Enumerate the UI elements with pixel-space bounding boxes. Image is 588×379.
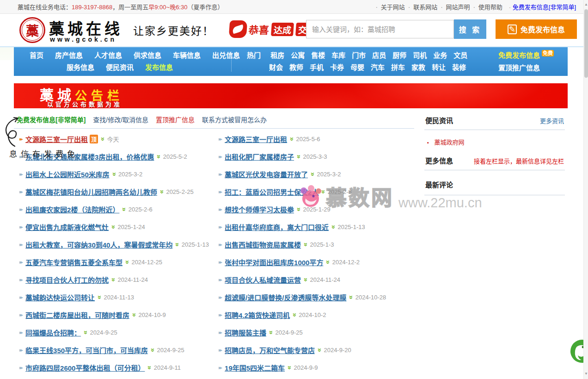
expand-chevron-icon[interactable]: » — [124, 260, 132, 264]
sidebar-info-link[interactable]: 藁城政府网 — [435, 139, 465, 146]
nav-hot-item[interactable]: 售楼 — [311, 51, 325, 59]
expand-chevron-icon[interactable]: » — [302, 278, 310, 281]
nav-hot-item[interactable]: 文员 — [453, 51, 467, 59]
listing-link[interactable]: 同福爆品仓招聘： — [25, 328, 81, 337]
expand-chevron-icon[interactable]: » — [131, 313, 139, 317]
nav-hot-item[interactable]: 家教 — [411, 63, 425, 71]
expand-chevron-icon[interactable]: » — [82, 330, 90, 334]
expand-chevron-icon[interactable]: » — [96, 295, 104, 299]
listings-header-link[interactable]: 联系方式被冒用怎么办 — [202, 115, 267, 124]
scroll-up-icon[interactable]: ▲ — [584, 2, 588, 7]
site-logo-seal-icon[interactable]: 藁 — [19, 17, 45, 43]
expand-chevron-icon[interactable]: » — [288, 137, 296, 141]
listing-link[interactable]: 藁城区梅花镇阳台幼儿园招聘两名幼儿教师 — [25, 187, 157, 197]
nav-free-post-link[interactable]: 免费发布信息 — [498, 51, 540, 59]
listing-link[interactable]: 五菱汽车专营销售五菱全系车型 — [25, 257, 122, 267]
expand-chevron-icon[interactable]: » — [286, 366, 294, 369]
nav-hot-item[interactable]: 厨师 — [392, 51, 406, 59]
scrollbar[interactable]: ▲ ▼ — [583, 0, 588, 379]
listing-link[interactable]: 超滤膜/进口膜替换/反渗透膜等水处理膜 — [225, 292, 346, 302]
nav-hot-item[interactable]: 拼车 — [391, 63, 405, 71]
nav-hot-item[interactable]: 转让 — [432, 63, 446, 71]
listing-link[interactable]: 藁城区光伏发电容量开放了 — [225, 169, 308, 179]
listing-link[interactable]: 文源路三室一厅出租 — [225, 134, 287, 144]
listing-link[interactable]: 项目合伙人私域流量运营 — [225, 275, 301, 285]
expand-chevron-icon[interactable]: » — [330, 225, 338, 229]
expand-chevron-icon[interactable]: » — [316, 348, 324, 352]
nav-hot-item[interactable]: 司机 — [413, 51, 427, 59]
expand-chevron-icon[interactable]: » — [121, 207, 129, 211]
expand-chevron-icon[interactable]: » — [309, 172, 317, 176]
listing-link[interactable]: 出租廉农家园2楼（法院附近） — [25, 205, 119, 214]
expand-chevron-icon[interactable]: » — [146, 366, 154, 369]
search-input[interactable] — [306, 20, 454, 38]
listing-link[interactable]: 19年国5四米二箱车 — [225, 363, 285, 373]
listing-link[interactable]: 出租大教室，可容纳30到40人，寒暑假或常年均 — [25, 240, 172, 249]
listing-link[interactable]: 出租水上公园附近50米库房 — [25, 169, 110, 179]
chat-widget[interactable] — [569, 339, 583, 366]
nav-hot-item[interactable]: 手机 — [310, 63, 324, 71]
nav-item[interactable]: 首页 — [30, 51, 43, 59]
listing-link[interactable]: 临果王线350平方，可当门市，可当库房 — [25, 345, 148, 355]
free-post-topbar-link[interactable]: 免费发布信息[非常简单] — [513, 4, 576, 11]
expand-chevron-icon[interactable]: » — [159, 190, 166, 193]
listings-header-link[interactable]: 查找/修改/取消信息 — [93, 115, 148, 124]
nav-item[interactable]: 出兑信息 — [212, 51, 240, 59]
listing-link[interactable]: 招聘服装主播 — [225, 328, 266, 337]
expand-chevron-icon[interactable]: » — [325, 260, 332, 264]
listing-link[interactable]: 西城街二楼房屋出租，可随时看房 — [25, 310, 129, 320]
expand-chevron-icon[interactable]: » — [110, 278, 118, 281]
listings-header-link[interactable]: 置顶推广信息 — [156, 115, 195, 124]
nav-hot-item[interactable]: 财会 — [269, 63, 283, 71]
nav-hot-item[interactable]: 卡券 — [330, 63, 344, 71]
listing-link[interactable]: 招工：蓝盾公司招男士保安2人 — [225, 187, 318, 197]
free-post-button[interactable]: ✎ 免费发布信息 — [496, 19, 577, 39]
nav-item[interactable]: 供求信息 — [134, 51, 161, 59]
topbar-link[interactable]: 网站声明 — [446, 4, 470, 11]
listing-link[interactable]: 文源路三室一厅出租 — [25, 134, 88, 144]
listing-link[interactable]: 张村中学对面出租库房1000平方 — [225, 257, 323, 267]
nav-item[interactable]: 发布信息 — [145, 63, 173, 71]
listing-link[interactable]: 出售西城街物资局家属楼 — [225, 240, 301, 249]
announcement-banner[interactable]: 藁城公告栏 以官方公布数据为准 — [14, 83, 568, 108]
topbar-link[interactable]: 关于网站 — [381, 4, 405, 11]
expand-chevron-icon[interactable]: » — [291, 313, 299, 317]
nav-item[interactable]: 车辆信息 — [173, 51, 201, 59]
nav-hot-item[interactable]: 装修 — [452, 63, 466, 71]
nav-hot-item[interactable]: 汽车 — [371, 63, 385, 71]
listing-link[interactable]: 招聘店员，万和空气能专营店 — [225, 345, 315, 355]
listing-link[interactable]: 招聘4.2箱货快递司机 — [225, 310, 290, 320]
free-post-header-link[interactable]: 免费发布信息[非常简单] — [17, 115, 86, 124]
expand-chevron-icon[interactable]: » — [268, 330, 276, 334]
listing-link[interactable]: 出租什嘉华府底商，离大门口很近 — [225, 222, 329, 232]
nav-hot-item[interactable]: 门市 — [352, 51, 366, 59]
sidebar-more-info-link[interactable]: 更多资讯 — [540, 116, 564, 125]
nav-hot-item[interactable]: 车库 — [331, 51, 345, 59]
nav-hot-item[interactable]: 租房 — [270, 51, 284, 59]
nav-item[interactable]: 房产信息 — [55, 51, 83, 59]
expand-chevron-icon[interactable]: » — [348, 295, 355, 299]
scrollbar-thumb[interactable] — [584, 9, 588, 78]
scroll-down-icon[interactable]: ▼ — [584, 372, 588, 376]
listing-link[interactable]: 出租化肥厂家属楼房子 — [225, 152, 294, 162]
listing-link[interactable]: 市府路四层2600平整体出租（可分租） — [25, 363, 145, 373]
nav-hot-item[interactable]: 业务 — [433, 51, 447, 59]
nav-top-promo-link[interactable]: 置顶推广信息 — [498, 64, 540, 72]
listing-link[interactable]: 便宜出售九成新液化燃气灶 — [25, 222, 109, 232]
expand-chevron-icon[interactable]: » — [110, 172, 118, 176]
expand-chevron-icon[interactable]: » — [320, 190, 328, 193]
expand-chevron-icon[interactable]: » — [99, 137, 107, 141]
nav-hot-item[interactable]: 店员 — [372, 51, 386, 59]
topbar-link[interactable]: 使用帮助 — [478, 4, 502, 11]
nav-hot-item[interactable]: 教师 — [289, 63, 303, 71]
nav-item[interactable]: 便民资讯 — [106, 63, 134, 71]
nav-hot-item[interactable]: 母婴 — [350, 63, 364, 71]
listing-link[interactable]: 东城北街交通局家属楼3房出租，价格优惠 — [25, 152, 154, 162]
expand-chevron-icon[interactable]: » — [110, 225, 118, 229]
search-button[interactable]: 搜 索 — [454, 19, 486, 39]
expand-chevron-icon[interactable]: » — [155, 155, 163, 158]
expand-chevron-icon[interactable]: » — [302, 242, 310, 246]
listing-link[interactable]: 想找个师傅学习太极拳 — [225, 205, 294, 214]
expand-chevron-icon[interactable]: » — [149, 348, 157, 352]
topbar-link[interactable]: 联系网站 — [413, 4, 437, 11]
